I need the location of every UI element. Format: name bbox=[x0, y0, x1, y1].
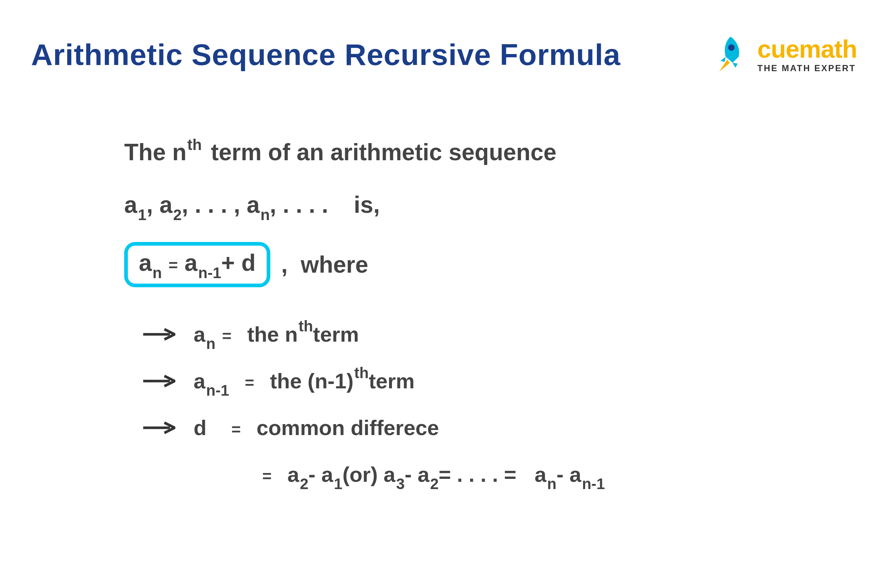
subscript: 3 bbox=[396, 476, 404, 492]
superscript: th bbox=[187, 137, 202, 153]
subscript: 1 bbox=[138, 207, 146, 223]
intro-line-1: The nth term of an arithmetic sequence bbox=[124, 141, 888, 164]
text: (or) a bbox=[342, 464, 395, 485]
formula-line: an=an-1 + d , where bbox=[124, 242, 888, 287]
superscript: th bbox=[298, 319, 313, 334]
rocket-icon bbox=[710, 34, 751, 75]
subscript: n bbox=[260, 207, 270, 223]
subscript: 1 bbox=[334, 476, 342, 492]
text: - a bbox=[556, 464, 581, 485]
page-title: Arithmetic Sequence Recursive Formula bbox=[31, 38, 621, 72]
brand-tagline: THE MATH EXPERT bbox=[757, 63, 857, 74]
text: = bbox=[262, 468, 272, 484]
subscript: n bbox=[206, 336, 215, 351]
text: + d bbox=[221, 251, 256, 274]
arrow-icon bbox=[143, 420, 175, 435]
text: , where bbox=[281, 253, 368, 276]
text: = bbox=[222, 328, 232, 344]
subscript: n-1 bbox=[206, 383, 229, 398]
subscript: n-1 bbox=[198, 266, 221, 280]
text: = . . . . = bbox=[439, 464, 516, 485]
bullet-3: d=common differece bbox=[143, 417, 888, 438]
text: common differece bbox=[256, 417, 439, 438]
subscript: 2 bbox=[430, 476, 438, 492]
text: the n bbox=[247, 324, 298, 345]
text: d bbox=[194, 417, 206, 438]
content-area: The nth term of an arithmetic sequence a… bbox=[0, 75, 888, 485]
text: a bbox=[535, 464, 546, 485]
text: The n bbox=[124, 141, 187, 164]
text: a bbox=[194, 370, 205, 392]
arrow-icon bbox=[143, 374, 175, 388]
bullet-2: an-1=the (n-1)th term bbox=[143, 370, 888, 392]
text: is, bbox=[354, 193, 380, 216]
subscript: n bbox=[547, 476, 557, 492]
text: , . . . , a bbox=[182, 193, 259, 216]
bullet-3-continuation: =a2 - a1 (or) a3 - a2 = . . . . =an - an… bbox=[143, 464, 888, 485]
brand-logo: cuemath THE MATH EXPERT bbox=[710, 34, 857, 75]
text: term bbox=[369, 370, 415, 392]
sequence-line: a1 , a2 , . . . , an , . . . . is, bbox=[124, 193, 888, 216]
text: , . . . . bbox=[270, 193, 328, 216]
subscript: n bbox=[153, 266, 162, 280]
text: a bbox=[139, 251, 152, 274]
text: the (n-1) bbox=[270, 370, 354, 392]
svg-point-0 bbox=[728, 44, 735, 51]
text: a bbox=[287, 464, 299, 485]
formula-box: an=an-1 + d bbox=[124, 242, 270, 287]
bullet-list: an=the nth term an-1=the (n-1)th term d=… bbox=[124, 324, 888, 485]
text: - a bbox=[405, 464, 430, 485]
bullet-1: an=the nth term bbox=[143, 324, 888, 345]
subscript: n-1 bbox=[582, 476, 605, 492]
brand-name: cuemath bbox=[757, 36, 857, 62]
text: term of an arithmetic sequence bbox=[211, 141, 556, 164]
text: - a bbox=[308, 464, 333, 485]
subscript: 2 bbox=[173, 207, 182, 223]
text: a bbox=[124, 193, 137, 216]
text: a bbox=[194, 324, 205, 345]
subscript: 2 bbox=[300, 476, 308, 492]
text: , a bbox=[146, 193, 172, 216]
text: term bbox=[313, 324, 359, 345]
text: = bbox=[245, 375, 254, 391]
superscript: th bbox=[354, 365, 369, 381]
text: = bbox=[169, 257, 178, 273]
arrow-icon bbox=[143, 327, 175, 342]
text: = bbox=[231, 422, 241, 438]
text: a bbox=[184, 251, 198, 274]
